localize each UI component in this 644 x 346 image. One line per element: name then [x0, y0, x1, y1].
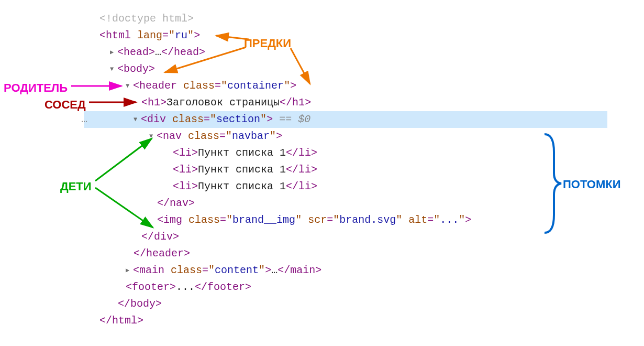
h1-line[interactable]: <h1>Заголовок страницы</h1> — [84, 94, 607, 111]
code-tree: <!doctype html> <html lang="ru"> ▶<head>… — [84, 10, 607, 329]
div-close-line: </div> — [84, 229, 607, 245]
doctype-line: <!doctype html> — [84, 10, 607, 27]
div-section-line[interactable]: …▼<div class="section"> == $0 — [84, 111, 607, 128]
parent-label: РОДИТЕЛЬ — [4, 79, 68, 97]
header-open-line[interactable]: ▼<header class="container"> — [84, 78, 607, 94]
collapse-triangle-down-icon[interactable]: ▼ — [126, 78, 133, 94]
collapse-triangle-down-icon[interactable]: ▼ — [149, 128, 157, 145]
li-line-3[interactable]: <li>Пункт списка 1</li> — [84, 178, 607, 195]
html-close-line: </html> — [84, 312, 607, 329]
nav-open-line[interactable]: ▼<nav class="navbar"> — [84, 128, 607, 145]
header-close-line: </header> — [84, 245, 607, 262]
li-line-1[interactable]: <li>Пункт списка 1</li> — [84, 145, 607, 161]
main-line[interactable]: ▶<main class="content">…</main> — [84, 262, 607, 279]
collapse-triangle-down-icon[interactable]: ▼ — [110, 61, 117, 78]
body-close-line: </body> — [84, 296, 607, 312]
html-open-line: <html lang="ru"> — [84, 27, 607, 44]
body-open-line[interactable]: ▼<body> — [84, 61, 607, 78]
expand-triangle-right-icon[interactable]: ▶ — [126, 262, 133, 279]
expand-triangle-right-icon[interactable]: ▶ — [110, 44, 117, 61]
li-line-2[interactable]: <li>Пункт списка 1</li> — [84, 161, 607, 178]
sibling-label: СОСЕД — [45, 95, 86, 114]
head-line[interactable]: ▶<head>…</head> — [84, 44, 607, 61]
ellipsis-badge-icon: … — [81, 111, 87, 128]
collapse-triangle-down-icon[interactable]: ▼ — [134, 111, 141, 128]
nav-close-line: </nav> — [84, 195, 607, 212]
footer-line[interactable]: <footer>...</footer> — [84, 279, 607, 296]
img-line[interactable]: <img class="brand__img" scr="brand.svg" … — [84, 212, 607, 229]
